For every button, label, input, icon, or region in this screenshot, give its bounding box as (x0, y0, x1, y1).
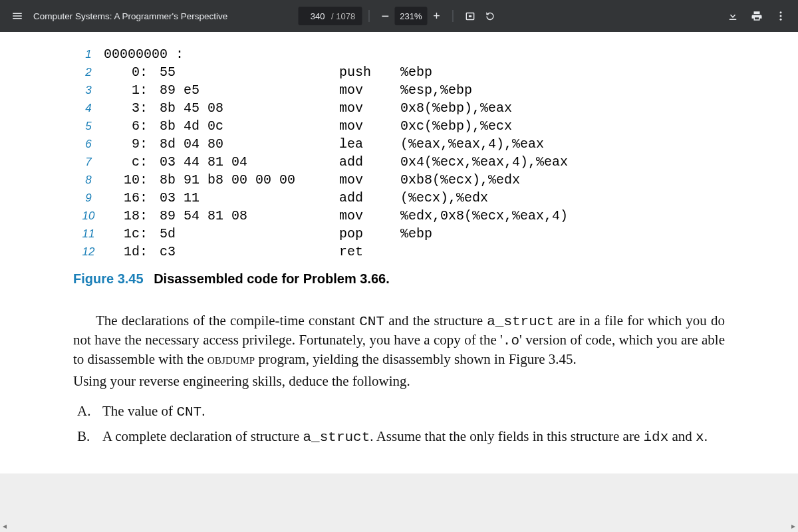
mnemonic: mov (339, 172, 400, 188)
operands: %ebp (400, 226, 725, 241)
fit-page-icon[interactable] (460, 6, 480, 26)
bytes: 8d 04 80 (160, 136, 339, 152)
mnemonic: mov (339, 100, 400, 116)
question-list: A. The value of CNT. B. A complete decla… (73, 402, 725, 448)
bytes: 55 (160, 65, 339, 80)
toolbar-center: / 1078 − 231% + (298, 6, 499, 26)
document-title: Computer Systems: A Programmer's Perspec… (33, 11, 227, 21)
print-icon[interactable] (745, 4, 769, 28)
disasm-row: 20:55push%ebp (73, 65, 725, 82)
bytes: 03 44 81 04 (160, 154, 339, 170)
addr: 10: (104, 172, 160, 188)
line-number: 12 (73, 245, 104, 259)
figure-caption: Figure 3.45 Disassembled code for Proble… (73, 271, 725, 287)
operands: %edx,0x8(%ecx,%eax,4) (400, 208, 725, 223)
body-paragraph-1: The declarations of the compile-time con… (73, 312, 725, 368)
line-number: 9 (73, 192, 104, 205)
operands: (%eax,%eax,4),%eax (400, 136, 725, 152)
addr: 3: (104, 100, 160, 116)
addr: 1: (104, 82, 160, 98)
disasm-row: 43:8b 45 08mov0x8(%ebp),%eax (73, 100, 725, 118)
operands: 0x8(%ebp),%eax (400, 100, 725, 116)
figure-text: Disassembled code for Problem 3.66. (154, 271, 390, 286)
addr: 1c: (104, 226, 160, 241)
operands: 0xb8(%ecx),%edx (400, 172, 725, 188)
divider (453, 10, 454, 22)
addr: c: (104, 154, 160, 170)
operands: 0xc(%ebp),%ecx (400, 118, 725, 134)
bytes: c3 (160, 244, 339, 259)
bytes: 8b 45 08 (160, 100, 339, 116)
addr: 18: (104, 208, 160, 223)
page-indicator: / 1078 (298, 7, 362, 25)
rotate-icon[interactable] (480, 6, 500, 26)
disasm-row: 56:8b 4d 0cmov0xc(%ebp),%ecx (73, 118, 725, 136)
pdf-toolbar: Computer Systems: A Programmer's Perspec… (0, 0, 798, 32)
mnemonic: mov (339, 82, 400, 98)
disasm-row: 7c:03 44 81 04add0x4(%ecx,%eax,4),%eax (73, 154, 725, 172)
line-number: 4 (73, 102, 104, 115)
line-number: 3 (73, 84, 104, 97)
svg-point-3 (780, 15, 782, 17)
line-number: 2 (73, 66, 104, 79)
page-total: / 1078 (326, 11, 360, 21)
mnemonic: ret (339, 244, 400, 259)
zoom-out-button[interactable]: − (376, 7, 394, 25)
mnemonic: lea (339, 136, 400, 152)
zoom-value[interactable]: 231% (394, 7, 427, 25)
line-number: 5 (73, 120, 104, 133)
disasm-row: 1018:89 54 81 08mov%edx,0x8(%ecx,%eax,4) (73, 208, 725, 226)
disasm-row: 100000000 : (73, 47, 725, 65)
disasm-row: 69:8d 04 80lea(%eax,%eax,4),%eax (73, 136, 725, 154)
divider (368, 10, 369, 22)
svg-point-2 (780, 11, 782, 13)
disasm-header: 00000000 : (104, 47, 725, 62)
horizontal-scroll-hints: ◂ ▸ (0, 521, 798, 532)
line-number: 7 (73, 156, 104, 169)
svg-point-4 (780, 19, 782, 21)
zoom-in-button[interactable]: + (428, 7, 446, 25)
mnemonic: mov (339, 118, 400, 134)
bytes: 89 e5 (160, 82, 339, 98)
line-number: 1 (73, 48, 104, 61)
disasm-row: 916:03 11add(%ecx),%edx (73, 190, 725, 208)
mnemonic: pop (339, 226, 400, 241)
disasm-row: 810:8b 91 b8 00 00 00mov0xb8(%ecx),%edx (73, 172, 725, 190)
figure-label: Figure 3.45 (73, 271, 144, 286)
disassembly-listing: 100000000 :20:55push%ebp31:89 e5mov%esp,… (73, 47, 725, 262)
bytes: 89 54 81 08 (160, 208, 339, 223)
bytes: 8b 4d 0c (160, 118, 339, 134)
operands: %ebp (400, 65, 725, 80)
body-paragraph-2: Using your reverse engineering skills, d… (73, 372, 725, 390)
operands: (%ecx),%edx (400, 190, 725, 205)
disasm-row: 121d:c3ret (73, 244, 725, 262)
operands: %esp,%ebp (400, 82, 725, 98)
disasm-row: 31:89 e5mov%esp,%ebp (73, 82, 725, 100)
download-icon[interactable] (721, 4, 745, 28)
mnemonic: add (339, 154, 400, 170)
more-icon[interactable] (769, 4, 793, 28)
scroll-right-arrow[interactable]: ▸ (791, 521, 795, 532)
disasm-row: 111c:5dpop%ebp (73, 226, 725, 244)
mnemonic: add (339, 190, 400, 205)
question-a: A. The value of CNT. (73, 402, 725, 422)
svg-rect-1 (468, 15, 471, 17)
pdf-page: 100000000 :20:55push%ebp31:89 e5mov%esp,… (0, 32, 798, 473)
line-number: 8 (73, 174, 104, 187)
line-number: 10 (73, 209, 104, 223)
mnemonic: mov (339, 208, 400, 223)
addr: 1d: (104, 244, 160, 259)
scroll-left-arrow[interactable]: ◂ (3, 521, 7, 532)
page-input[interactable] (299, 11, 326, 22)
mnemonic: push (339, 65, 400, 80)
line-number: 11 (73, 227, 104, 241)
line-number: 6 (73, 138, 104, 151)
addr: 6: (104, 118, 160, 134)
menu-icon[interactable] (5, 4, 29, 28)
pdf-viewport[interactable]: ▴ 100000000 :20:55push%ebp31:89 e5mov%es… (0, 32, 798, 532)
bytes: 5d (160, 226, 339, 241)
bytes: 03 11 (160, 190, 339, 205)
operands: 0x4(%ecx,%eax,4),%eax (400, 154, 725, 170)
addr: 16: (104, 190, 160, 205)
question-b: B. A complete declaration of structure a… (73, 428, 725, 447)
